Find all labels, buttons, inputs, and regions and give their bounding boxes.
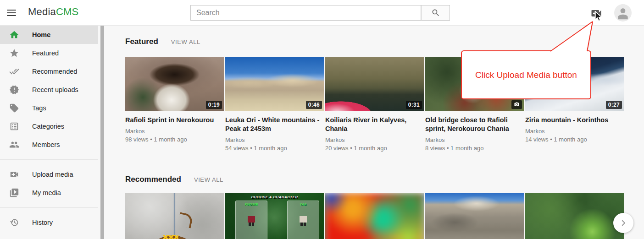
sidebar-item-recent-uploads[interactable]: Recent uploads [0, 81, 98, 99]
character-sprite [247, 216, 255, 232]
media-title[interactable]: Ziria mountain - Korinthos [525, 116, 620, 125]
top-bar: MediaCMS [0, 0, 644, 26]
hamburger-menu-icon[interactable] [7, 8, 18, 18]
character-panel: KWAME [235, 201, 267, 239]
media-caption: Ziria mountain - Korinthos Markos 14 vie… [525, 111, 624, 143]
thumbnail-text: YAA [288, 202, 319, 206]
photo-badge [511, 100, 522, 109]
history-icon [9, 217, 19, 228]
sidebar-item-label: Featured [32, 49, 59, 57]
video-thumbnail[interactable]: 0:31 [325, 57, 424, 111]
recommended-section-header: Recommended VIEW ALL [125, 175, 223, 184]
sidebar-item-label: Tags [32, 104, 46, 112]
sidebar-item-my-media[interactable]: My media [0, 184, 98, 202]
members-icon [9, 140, 19, 150]
media-title[interactable]: Rafioli Sprint in Nerokourou [125, 116, 220, 125]
sidebar-item-recommended[interactable]: Recommended [0, 62, 98, 81]
video-thumbnail[interactable] [325, 193, 424, 239]
recommended-view-all-link[interactable]: VIEW ALL [194, 176, 223, 183]
carousel-next-button[interactable] [613, 213, 633, 233]
categories-icon [9, 121, 19, 131]
logo-cms-text: CMS [56, 6, 79, 17]
sidebar-item-label: Recent uploads [32, 86, 78, 93]
search-icon [431, 8, 440, 17]
sidebar-item-history[interactable]: History [0, 213, 98, 232]
duration-badge: 0:46 [306, 101, 322, 109]
media-card[interactable]: 0:31 Koiliaris River in Kalyves, Chania … [325, 57, 424, 152]
done-all-icon [9, 66, 19, 76]
media-card[interactable] [525, 193, 624, 239]
sidebar-item-featured[interactable]: Featured [0, 44, 98, 62]
mediacms-logo[interactable]: MediaCMS [28, 6, 78, 18]
mediacms-home-page: MediaCMS Home Featured Recommended [0, 0, 644, 239]
search-input[interactable] [190, 5, 421, 21]
tutorial-callout: Click Upload Media button [461, 50, 591, 99]
my-media-icon [9, 188, 19, 198]
media-title[interactable]: Old bridge close to Rafioli sprint, Nero… [425, 116, 520, 133]
sidebar-item-label: Categories [32, 123, 64, 130]
character-sprite [299, 216, 307, 232]
media-card[interactable]: 0:19 Rafioli Sprint in Nerokourou Markos… [125, 57, 224, 152]
sidebar-divider [0, 207, 98, 208]
character-panel: YAA [287, 201, 319, 239]
media-meta: 20 views • 1 month ago [325, 145, 420, 152]
recommended-media-row: CHOOSE A CHARACTER KWAME YAA Selected Se… [125, 193, 624, 239]
media-author[interactable]: Markos [225, 136, 320, 143]
media-author[interactable]: Markos [125, 128, 220, 135]
sidebar-item-members[interactable]: Members [0, 136, 98, 154]
sidebar-item-categories[interactable]: Categories [0, 117, 98, 136]
search-button[interactable] [421, 5, 450, 21]
new-releases-icon [9, 85, 19, 95]
sidebar-item-label: Members [32, 141, 60, 148]
video-thumbnail[interactable] [125, 193, 224, 239]
thumbnail-text: KWAME [236, 202, 267, 206]
media-title[interactable]: Koiliaris River in Kalyves, Chania [325, 116, 420, 133]
media-caption: Koiliaris River in Kalyves, Chania Marko… [325, 111, 424, 152]
sidebar-scrollbar[interactable] [100, 26, 104, 239]
sidebar-item-label: Upload media [32, 171, 73, 178]
home-icon [9, 30, 19, 40]
camera-icon [514, 102, 520, 107]
video-thumbnail[interactable] [525, 193, 624, 239]
media-caption: Old bridge close to Rafioli sprint, Nero… [425, 111, 524, 152]
video-thumbnail[interactable]: 0:19 [125, 57, 224, 111]
featured-section-header: Featured VIEW ALL [125, 37, 200, 46]
sidebar-item-upload-media[interactable]: Upload media [0, 165, 98, 184]
logo-media-text: Media [28, 6, 56, 17]
media-author[interactable]: Markos [425, 136, 520, 143]
media-card[interactable]: CHOOSE A CHARACTER KWAME YAA Selected Se… [225, 193, 324, 239]
sidebar-item-tags[interactable]: Tags [0, 99, 98, 117]
media-author[interactable]: Markos [325, 136, 420, 143]
media-meta: 98 views • 1 month ago [125, 136, 220, 143]
sidebar-item-label: Recommended [32, 68, 77, 75]
user-avatar[interactable] [614, 4, 632, 22]
media-card[interactable]: 0:46 Leuka Ori - White mountains - Peak … [225, 57, 324, 152]
media-meta: 14 views • 1 month ago [525, 136, 620, 143]
media-caption: Rafioli Sprint in Nerokourou Markos 98 v… [125, 111, 224, 143]
sidebar-divider [0, 159, 98, 160]
scrollbar-thumb[interactable] [100, 23, 104, 239]
sidebar-item-label: Home [32, 31, 50, 38]
featured-view-all-link[interactable]: VIEW ALL [171, 38, 200, 45]
search-bar [190, 5, 450, 21]
upload-media-icon [590, 7, 603, 20]
upload-media-icon [9, 169, 19, 179]
media-card[interactable] [425, 193, 524, 239]
section-title: Recommended [125, 175, 181, 184]
video-thumbnail[interactable]: CHOOSE A CHARACTER KWAME YAA Selected Se… [225, 193, 324, 239]
media-author[interactable]: Markos [525, 128, 620, 135]
duration-badge: 0:19 [206, 101, 222, 109]
sidebar: Home Featured Recommended Recent uploads… [0, 26, 98, 239]
upload-media-button[interactable] [590, 7, 603, 20]
video-thumbnail[interactable] [425, 193, 524, 239]
media-card[interactable] [125, 193, 224, 239]
duration-badge: 0:31 [406, 101, 422, 109]
thumbnail-text: CHOOSE A CHARACTER [225, 195, 324, 199]
person-icon [616, 6, 630, 21]
video-thumbnail[interactable]: 0:46 [225, 57, 324, 111]
callout-text: Click Upload Media button [475, 70, 577, 80]
sidebar-item-label: History [32, 219, 53, 226]
media-title[interactable]: Leuka Ori - White mountains - Peak at 24… [225, 116, 320, 133]
sidebar-item-home[interactable]: Home [0, 26, 98, 44]
media-card[interactable] [325, 193, 424, 239]
